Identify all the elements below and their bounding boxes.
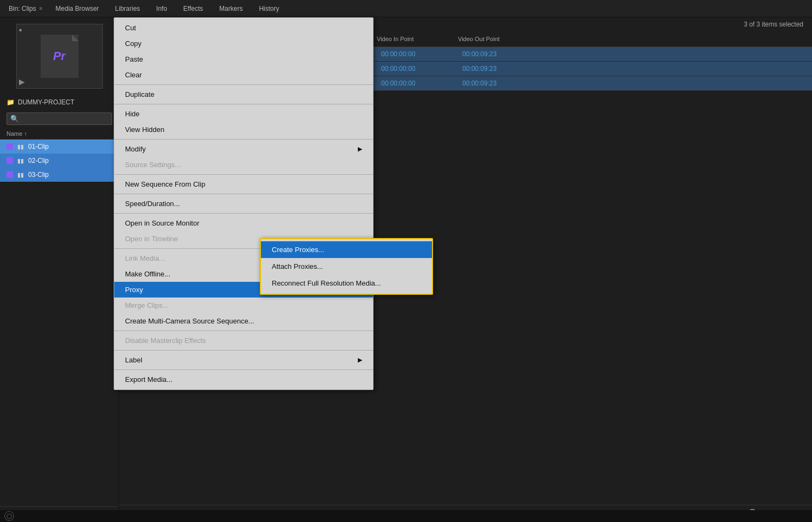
menu-separator	[114, 104, 373, 104]
col-header-video-in: Video In Point	[377, 36, 458, 42]
row-video-in: 00:00:00:00	[381, 65, 462, 72]
clip-color-indicator	[6, 157, 13, 164]
menu-item-source-settings: Source Settings...	[114, 157, 373, 173]
submenu-item-attach-proxies[interactable]: Attach Proxies...	[261, 258, 432, 275]
menu-item-paste[interactable]: Paste	[114, 51, 373, 67]
tab-markers[interactable]: Markers	[212, 2, 250, 16]
clip-color-indicator	[6, 171, 13, 178]
menu-separator	[114, 174, 373, 175]
clip-name: 02-Clip	[28, 157, 49, 164]
tab-effects[interactable]: Effects	[176, 2, 211, 16]
thumbnail-area: Pr ● ▶	[0, 17, 119, 95]
folder-icon: 📁	[6, 98, 15, 106]
thumbnail-box: Pr ● ▶	[16, 24, 103, 89]
submenu-item-create-proxies[interactable]: Create Proxies...	[261, 241, 432, 258]
menu-separator	[114, 213, 373, 214]
video-icon: ▮▮	[17, 157, 24, 164]
menu-item-copy[interactable]: Copy	[114, 36, 373, 51]
app-logo: ◯	[4, 511, 14, 521]
menu-separator	[114, 331, 373, 331]
proxy-submenu-container: Create Proxies... Attach Proxies... Reco…	[260, 238, 433, 295]
menu-item-multicam[interactable]: Create Multi-Camera Source Sequence...	[114, 313, 373, 329]
menu-item-export-media[interactable]: Export Media...	[114, 372, 373, 387]
menu-separator	[114, 350, 373, 351]
left-panel: Pr ● ▶ 📁 DUMMY-PROJECT 🔍 Name ↑ ▮▮ 01-Cl…	[0, 17, 119, 522]
submenu-item-reconnect-media[interactable]: Reconnect Full Resolution Media...	[261, 275, 432, 292]
row-video-in: 00:00:00:00	[381, 80, 462, 87]
tab-history[interactable]: History	[251, 2, 286, 16]
menu-separator	[114, 84, 373, 85]
pr-logo-text: Pr	[53, 49, 66, 63]
menu-separator	[114, 194, 373, 194]
menu-item-disable-masterclip: Disable Masterclip Effects	[114, 333, 373, 348]
project-label: 📁 DUMMY-PROJECT	[0, 95, 119, 109]
search-icon: 🔍	[10, 115, 19, 123]
menu-item-new-sequence[interactable]: New Sequence From Clip	[114, 176, 373, 192]
menu-item-speed-duration[interactable]: Speed/Duration...	[114, 196, 373, 212]
search-bar: 🔍	[0, 109, 119, 128]
tab-media-browser[interactable]: Media Browser	[48, 2, 107, 16]
camera-icon: ●	[19, 27, 23, 33]
menu-item-duplicate[interactable]: Duplicate	[114, 87, 373, 102]
bin-title: Bin: Clips ≡	[4, 2, 47, 16]
video-icon: ▮▮	[17, 171, 24, 179]
submenu-arrow-icon: ▶	[358, 146, 362, 153]
list-item[interactable]: ▮▮ 01-Clip	[0, 140, 119, 154]
context-menu: Cut Copy Paste Clear Duplicate Hide View…	[114, 17, 374, 390]
bin-menu-icon[interactable]: ≡	[40, 5, 43, 11]
submenu-arrow-label-icon: ▶	[358, 356, 362, 364]
play-icon: ▶	[19, 77, 25, 86]
context-menu-overlay: Cut Copy Paste Clear Duplicate Hide View…	[114, 17, 374, 390]
menu-item-modify[interactable]: Modify ▶	[114, 141, 373, 157]
tab-info[interactable]: Info	[149, 2, 175, 16]
list-item[interactable]: ▮▮ 02-Clip	[0, 154, 119, 168]
video-icon: ▮▮	[17, 143, 24, 150]
search-input-wrap[interactable]: 🔍	[6, 113, 112, 125]
menu-item-open-source-monitor[interactable]: Open in Source Monitor	[114, 215, 373, 231]
tab-libraries[interactable]: Libraries	[108, 2, 148, 16]
menu-separator	[114, 139, 373, 140]
bin-title-text: Bin: Clips	[9, 5, 36, 12]
search-input[interactable]	[21, 115, 108, 123]
row-video-out: 00:00:09:23	[462, 80, 543, 87]
menu-item-hide[interactable]: Hide	[114, 106, 373, 122]
menu-item-merge-clips: Merge Clips...	[114, 298, 373, 313]
clip-list-header: Name ↑	[0, 128, 119, 140]
row-video-out: 00:00:09:23	[462, 65, 543, 72]
menu-separator	[114, 369, 373, 370]
row-video-out: 00:00:09:23	[462, 50, 543, 58]
menu-item-view-hidden[interactable]: View Hidden	[114, 122, 373, 137]
menu-item-cut[interactable]: Cut	[114, 20, 373, 36]
menu-item-label[interactable]: Label ▶	[114, 352, 373, 368]
project-name: DUMMY-PROJECT	[18, 98, 74, 106]
col-header-video-out: Video Out Point	[458, 36, 539, 42]
name-col-header: Name ↑	[6, 130, 27, 137]
clip-name: 01-Clip	[28, 143, 49, 150]
top-nav: Bin: Clips ≡ Media Browser Libraries Inf…	[0, 0, 812, 17]
clip-color-indicator	[6, 143, 13, 150]
status-bar: ◯	[0, 510, 812, 522]
proxy-submenu: Create Proxies... Attach Proxies... Reco…	[260, 238, 433, 295]
pr-icon: Pr	[41, 35, 78, 78]
list-item[interactable]: ▮▮ 03-Clip	[0, 168, 119, 182]
menu-item-clear[interactable]: Clear	[114, 67, 373, 83]
clip-name: 03-Clip	[28, 171, 49, 179]
row-video-in: 00:00:00:00	[381, 50, 462, 58]
